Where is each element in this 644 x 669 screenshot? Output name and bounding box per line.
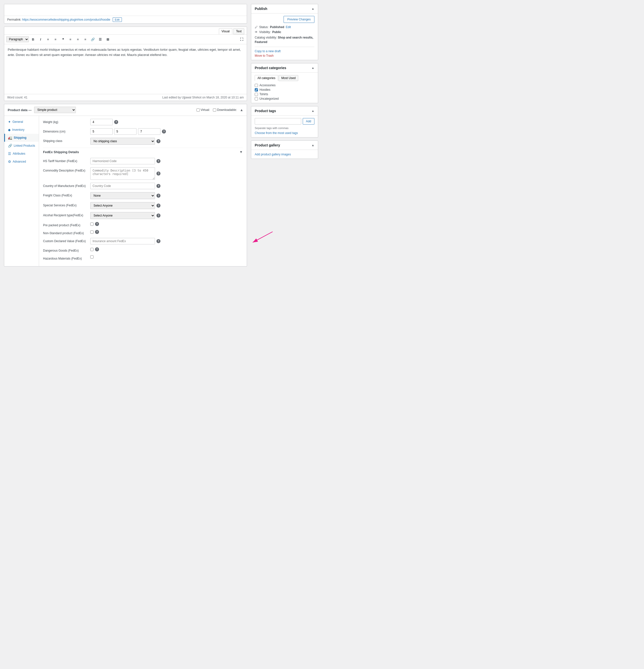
editor-content[interactable]: Pellentesque habitant morbi tristique se… — [4, 44, 247, 94]
product-type-select[interactable]: Simple product Grouped product External/… — [34, 106, 76, 113]
table-button[interactable]: ⊞ — [104, 36, 111, 43]
align-right-button[interactable]: ≡ — [82, 36, 88, 43]
alcohol-recipient-help-icon: ? — [156, 214, 160, 217]
preview-btn-container: Preview Changes — [255, 16, 314, 23]
tags-hint: Separate tags with commas — [255, 127, 314, 129]
editor-toolbar: Paragraph B I ≡ ≡ ❝ ≡ ≡ ≡ 🔗 ☰ ⊞ ⛶ — [4, 34, 247, 44]
product-categories-toggle[interactable]: ▲ — [311, 66, 314, 70]
country-manufacture-input[interactable] — [90, 183, 155, 189]
move-trash-link[interactable]: Move to Trash — [255, 54, 314, 57]
editor-tabs: Visual Text — [4, 27, 247, 34]
tab-advanced[interactable]: ⚙ Advanced — [4, 158, 39, 166]
fedex-collapse-btn[interactable]: ▼ — [239, 150, 243, 154]
tab-text[interactable]: Text — [233, 28, 244, 34]
cat-checkbox-uncategorized[interactable] — [255, 97, 258, 100]
copy-draft-link[interactable]: Copy to a new draft — [255, 49, 314, 53]
link-button[interactable]: 🔗 — [89, 36, 96, 43]
cat-item-tshirts[interactable]: Tshirts — [255, 92, 314, 96]
weight-input[interactable] — [90, 119, 113, 125]
special-services-help-icon: ? — [156, 204, 160, 208]
pre-packed-checkbox[interactable] — [90, 223, 94, 226]
tab-visual[interactable]: Visual — [219, 28, 232, 34]
shipping-class-select[interactable]: No shipping class — [90, 138, 155, 145]
publish-panel-toggle[interactable]: ▲ — [311, 7, 314, 11]
custom-declared-help-icon: ? — [156, 239, 160, 243]
bold-button[interactable]: B — [30, 36, 36, 43]
product-tags-toggle[interactable]: ▲ — [311, 109, 314, 113]
dimensions-help-icon: ? — [162, 129, 166, 133]
product-tabs: ✦ General ◆ Inventory 🚛 Shipping 🔗 Linke… — [4, 116, 39, 266]
align-left-button[interactable]: ≡ — [67, 36, 74, 43]
tags-input[interactable] — [255, 118, 301, 125]
product-tags-title: Product tags — [255, 109, 276, 113]
dangerous-goods-help-icon: ? — [95, 247, 99, 251]
freight-class-label: Freight Class (FedEx) — [43, 192, 88, 197]
product-data-header-left: Product data — Simple product Grouped pr… — [8, 106, 76, 113]
downloadable-checkbox[interactable] — [213, 109, 216, 112]
choose-tags-link[interactable]: Choose from the most used tags — [255, 131, 298, 135]
special-services-field: Select Anyone ? — [90, 202, 243, 209]
non-standard-field: ? — [90, 230, 243, 234]
custom-declared-input[interactable] — [90, 238, 155, 244]
alcohol-recipient-select[interactable]: Select Anyone — [90, 212, 155, 219]
dim-w-input[interactable] — [114, 128, 137, 135]
cat-item-uncategorized[interactable]: Uncategorized — [255, 97, 314, 100]
status-edit-link[interactable]: Edit — [286, 25, 291, 29]
blockquote-button[interactable]: ❝ — [60, 36, 66, 43]
ul-button[interactable]: ≡ — [45, 36, 51, 43]
product-tags-panel: Product tags ▲ Add Separate tags with co… — [251, 106, 318, 138]
product-data-label: Product data — — [8, 108, 32, 112]
country-manufacture-help-icon: ? — [156, 184, 160, 188]
tab-shipping[interactable]: 🚛 Shipping — [4, 134, 39, 142]
commodity-desc-help-icon: ? — [156, 172, 160, 175]
hs-tariff-input[interactable] — [90, 158, 155, 164]
permalink-url[interactable]: https://woocommercefedexshipping.pluginh… — [22, 18, 110, 22]
add-gallery-images-link[interactable]: Add product gallery images — [255, 153, 291, 156]
tab-general[interactable]: ✦ General — [4, 118, 39, 126]
cat-tab-all[interactable]: All categories — [255, 75, 278, 81]
virtual-checkbox[interactable] — [196, 109, 200, 112]
freight-class-select[interactable]: None — [90, 192, 155, 199]
non-standard-checkbox[interactable] — [90, 230, 94, 234]
cat-item-hoodies[interactable]: Hoodies — [255, 88, 314, 91]
ol-button[interactable]: ≡ — [52, 36, 59, 43]
align-center-button[interactable]: ≡ — [75, 36, 81, 43]
publish-panel-header: Publish ▲ — [251, 4, 318, 13]
preview-changes-button[interactable]: Preview Changes — [283, 16, 314, 23]
tab-attributes[interactable]: ☰ Attributes — [4, 150, 39, 158]
italic-button[interactable]: I — [37, 36, 44, 43]
permalink-edit-button[interactable]: Edit — [113, 17, 122, 22]
post-title-input[interactable]: Hoodie — [4, 4, 247, 16]
pre-packed-row: Pre packed product (FedEx) ? — [43, 222, 243, 227]
product-tags-header: Product tags ▲ — [251, 106, 318, 116]
dim-l-input[interactable] — [90, 128, 113, 135]
more-button[interactable]: ☰ — [97, 36, 103, 43]
special-services-select[interactable]: Select Anyone — [90, 202, 155, 209]
editor-box: Visual Text Paragraph B I ≡ ≡ ❝ ≡ ≡ ≡ 🔗 … — [4, 27, 247, 101]
hazardous-materials-checkbox[interactable] — [90, 255, 94, 258]
visibility-label: Visibility: — [259, 30, 271, 34]
dangerous-goods-checkbox[interactable] — [90, 248, 94, 251]
tab-linked-products[interactable]: 🔗 Linked Products — [4, 142, 39, 150]
fullscreen-button[interactable]: ⛶ — [238, 36, 245, 43]
tags-add-button[interactable]: Add — [303, 118, 314, 125]
cat-item-accessories[interactable]: Accessories — [255, 84, 314, 87]
commodity-desc-row: Commodity Description (FedEx) ? — [43, 167, 243, 180]
tab-inventory[interactable]: ◆ Inventory — [4, 126, 39, 134]
freight-class-help-icon: ? — [156, 194, 160, 198]
non-standard-label: Non-Standard product (FedEx) — [43, 230, 88, 235]
cat-tab-most-used[interactable]: Most Used — [279, 75, 298, 81]
product-data-collapse-btn[interactable]: ▲ — [240, 108, 243, 112]
dim-h-input[interactable] — [138, 128, 160, 135]
cat-checkbox-hoodies[interactable] — [255, 88, 258, 91]
commodity-desc-field: ? — [90, 167, 243, 180]
cat-checkbox-tshirts[interactable] — [255, 93, 258, 96]
commodity-desc-textarea[interactable] — [90, 167, 155, 180]
cat-checkbox-accessories[interactable] — [255, 84, 258, 87]
paragraph-format-select[interactable]: Paragraph — [6, 36, 29, 42]
custom-declared-field: ? — [90, 238, 243, 244]
shipping-panel: Weight (kg) ? Dimensions (cm) — [39, 116, 247, 266]
freight-class-field: None ? — [90, 192, 243, 199]
alcohol-recipient-row: Alcohal Recipient type(FedEx) Select Any… — [43, 212, 243, 219]
product-gallery-toggle[interactable]: ▲ — [311, 143, 314, 147]
